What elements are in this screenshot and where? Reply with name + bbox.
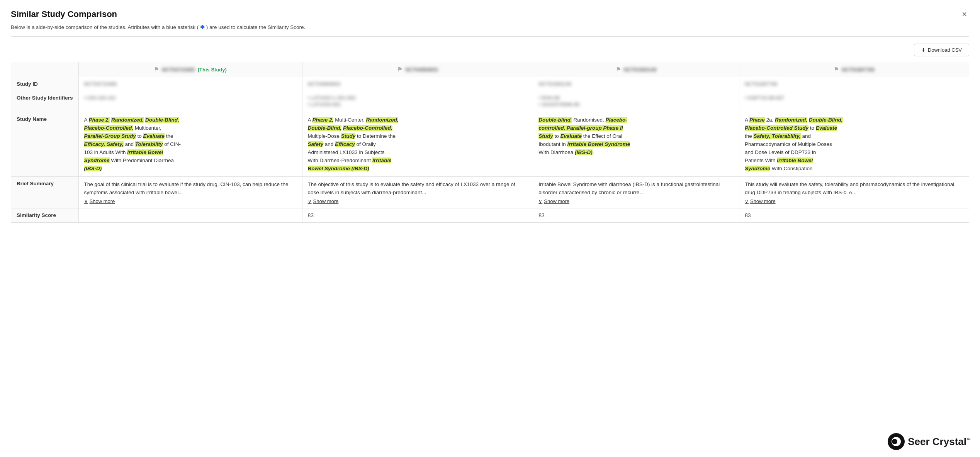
highlight-ibs-3: Irritable Bowel Syndrome bbox=[745, 157, 813, 171]
seer-logo-icon bbox=[891, 436, 902, 447]
empty-header-cell bbox=[11, 62, 79, 77]
other-id-blurred-1b: • LAT1033-001 bbox=[308, 102, 341, 107]
col-header-inner-0: ⚑ NCT04715469 (This Study) bbox=[84, 66, 297, 73]
study-name-text-0: A Phase 2, Randomized, Double-Blind, Pla… bbox=[84, 116, 297, 173]
other-id-blurred-0: • CIN-103-101 bbox=[84, 95, 116, 101]
score-1: 83 bbox=[308, 212, 314, 218]
study-id-val-2: NCT01583139 bbox=[533, 77, 739, 91]
pin-icon-3[interactable]: ⚑ bbox=[834, 66, 839, 73]
highlight-ibs-2: Irritable Bowel Syndrome bbox=[567, 141, 630, 147]
highlight-placebo-3: Placebo-Controlled Study bbox=[745, 125, 808, 131]
highlight-parallel-0: Parallel-Group Study bbox=[84, 133, 136, 139]
show-more-btn-3[interactable]: ∨ Show more bbox=[745, 197, 776, 204]
show-more-label-3: Show more bbox=[750, 198, 776, 204]
show-more-btn-2[interactable]: ∨ Show more bbox=[538, 197, 569, 204]
pin-icon-1[interactable]: ⚑ bbox=[397, 66, 402, 73]
highlight-evaluate-0: Evaluate bbox=[143, 133, 165, 139]
other-id-item-1b: • LAT1033-001 bbox=[308, 102, 528, 107]
study-id-blurred-0: NCT04715469 bbox=[162, 67, 195, 73]
show-more-btn-1[interactable]: ∨ Show more bbox=[308, 197, 339, 204]
show-more-label-1: Show more bbox=[313, 198, 339, 204]
chevron-down-icon-1: ∨ bbox=[308, 198, 312, 204]
similarity-score-label: Similarity Score bbox=[11, 208, 79, 223]
highlight-double-blind-2: Double-blind, bbox=[538, 117, 572, 123]
modal-header: Similar Study Comparison × bbox=[11, 9, 969, 19]
study-id-link-0[interactable]: NCT04715469 bbox=[162, 67, 195, 73]
download-icon: ⬇ bbox=[921, 47, 926, 53]
study-name-val-0: A Phase 2, Randomized, Double-Blind, Pla… bbox=[78, 112, 302, 177]
score-2: 83 bbox=[538, 212, 545, 218]
seer-logo-circle bbox=[888, 433, 905, 450]
other-identifiers-row: Other Study Identifiers • CIN-103-101 • … bbox=[11, 91, 969, 112]
study-id-link-3[interactable]: NCT01897766 bbox=[842, 67, 875, 73]
similarity-score-row: Similarity Score 83 83 83 bbox=[11, 208, 969, 223]
other-id-blurred-2b: • 2010/07/0080-85 bbox=[538, 102, 579, 107]
other-id-item-2a: • RAN-08 bbox=[538, 95, 734, 101]
brief-summary-val-1: The objective of this study is to evalua… bbox=[302, 177, 533, 208]
highlight-phase-3: Phase bbox=[749, 117, 765, 123]
other-id-item-0: • CIN-103-101 bbox=[84, 95, 297, 101]
study-name-row: Study Name A Phase 2, Randomized, Double… bbox=[11, 112, 969, 177]
download-csv-button[interactable]: ⬇ Download CSV bbox=[914, 44, 969, 56]
study-name-val-2: Double-blind, Randomised, Placebo- contr… bbox=[533, 112, 739, 177]
toolbar: ⬇ Download CSV bbox=[11, 44, 969, 56]
chevron-down-icon-2: ∨ bbox=[538, 198, 542, 204]
other-id-item-3: • GSP715-08-007 bbox=[745, 95, 963, 101]
asterisk-symbol: ✱ bbox=[200, 24, 205, 30]
brief-text-3: This study will evaluate the safety, tol… bbox=[745, 181, 963, 197]
other-ids-val-1: • LAT1033-1-201-003 • LAT1033-001 bbox=[302, 91, 533, 112]
study-id-link-2[interactable]: NCT01583139 bbox=[624, 67, 657, 73]
col-header-1: ⚑ NCT04994653 bbox=[302, 62, 533, 77]
highlight-evaluate-2: Evaluate bbox=[560, 133, 582, 139]
subtitle-text2: ) are used to calculate the Similarity S… bbox=[206, 24, 306, 30]
download-label: Download CSV bbox=[928, 47, 962, 53]
seer-brand-text: Seer Crystal™ bbox=[908, 436, 971, 448]
highlight-double-blind-1: Double-Blind, bbox=[308, 125, 342, 131]
comparison-table: ⚑ NCT04715469 (This Study) ⚑ NCT04994653 bbox=[11, 62, 969, 223]
highlight-ibs-0: Irritable Bowel Syndrome bbox=[84, 149, 163, 163]
highlight-evaluate-3: Evaluate bbox=[816, 125, 837, 131]
other-ids-val-2: • RAN-08 • 2010/07/0080-85 bbox=[533, 91, 739, 112]
close-button[interactable]: × bbox=[960, 9, 969, 19]
show-more-label-0: Show more bbox=[90, 198, 115, 204]
study-id-link-1[interactable]: NCT04994653 bbox=[405, 67, 438, 73]
highlight-double-blind-3: Double-Blind, bbox=[809, 117, 843, 123]
study-id-row: Study ID NCT04715469 NCT04994653 NCT0158… bbox=[11, 77, 969, 91]
highlight-phase2-1: Phase 2, bbox=[313, 117, 334, 123]
other-id-blurred-3: • GSP715-08-007 bbox=[745, 95, 784, 101]
study-name-val-3: A Phase 2a, Randomized, Double-Blind, Pl… bbox=[739, 112, 969, 177]
other-id-item-2b: • 2010/07/0080-85 bbox=[538, 102, 734, 107]
col-header-0: ⚑ NCT04715469 (This Study) bbox=[78, 62, 302, 77]
brief-summary-row: Brief Summary The goal of this clinical … bbox=[11, 177, 969, 208]
pin-icon-2[interactable]: ⚑ bbox=[616, 66, 621, 73]
pin-icon-0[interactable]: ⚑ bbox=[154, 66, 159, 73]
col-header-inner-3: ⚑ NCT01897766 bbox=[745, 66, 963, 73]
study-name-text-3: A Phase 2a, Randomized, Double-Blind, Pl… bbox=[745, 116, 963, 173]
highlight-safety-1: Safety bbox=[308, 141, 324, 147]
study-id-blurred-val-2: NCT01583139 bbox=[538, 81, 571, 87]
modal-title: Similar Study Comparison bbox=[11, 9, 117, 19]
study-id-val-0: NCT04715469 bbox=[78, 77, 302, 91]
highlight-placebo-0: Placebo-Controlled, bbox=[84, 125, 134, 131]
study-name-text-2: Double-blind, Randomised, Placebo- contr… bbox=[538, 116, 734, 157]
study-id-blurred-val-1: NCT04994653 bbox=[308, 81, 341, 87]
col-header-inner-2: ⚑ NCT01583139 bbox=[538, 66, 734, 73]
study-name-val-1: A Phase 2, Multi-Center, Randomized, Dou… bbox=[302, 112, 533, 177]
brief-summary-val-2: Irritable Bowel Syndrome with diarrhoea … bbox=[533, 177, 739, 208]
show-more-btn-0[interactable]: ∨ Show more bbox=[84, 197, 115, 204]
highlight-ibsd-0: (IBS-D) bbox=[84, 166, 102, 171]
highlight-placebo-1: Placebo-Controlled, bbox=[343, 125, 392, 131]
brief-text-2: Irritable Bowel Syndrome with diarrhoea … bbox=[538, 181, 734, 197]
study-id-blurred-val-0: NCT04715469 bbox=[84, 81, 117, 87]
similarity-score-val-2: 83 bbox=[533, 208, 739, 223]
col-header-inner-1: ⚑ NCT04994653 bbox=[308, 66, 528, 73]
brief-summary-val-0: The goal of this clinical trial is to ev… bbox=[78, 177, 302, 208]
brief-text-0: The goal of this clinical trial is to ev… bbox=[84, 181, 297, 197]
seer-crystal-watermark: Seer Crystal™ bbox=[888, 433, 971, 450]
highlight-randomized-0: Randomized, bbox=[111, 117, 144, 123]
study-id-blurred-val-3: NCT01897766 bbox=[745, 81, 778, 87]
subtitle-text: Below is a side-by-side comparison of th… bbox=[11, 24, 199, 30]
highlight-efficacy-0: Efficacy, Safety, bbox=[84, 141, 124, 147]
similarity-score-val-3: 83 bbox=[739, 208, 969, 223]
chevron-down-icon-3: ∨ bbox=[745, 198, 749, 204]
